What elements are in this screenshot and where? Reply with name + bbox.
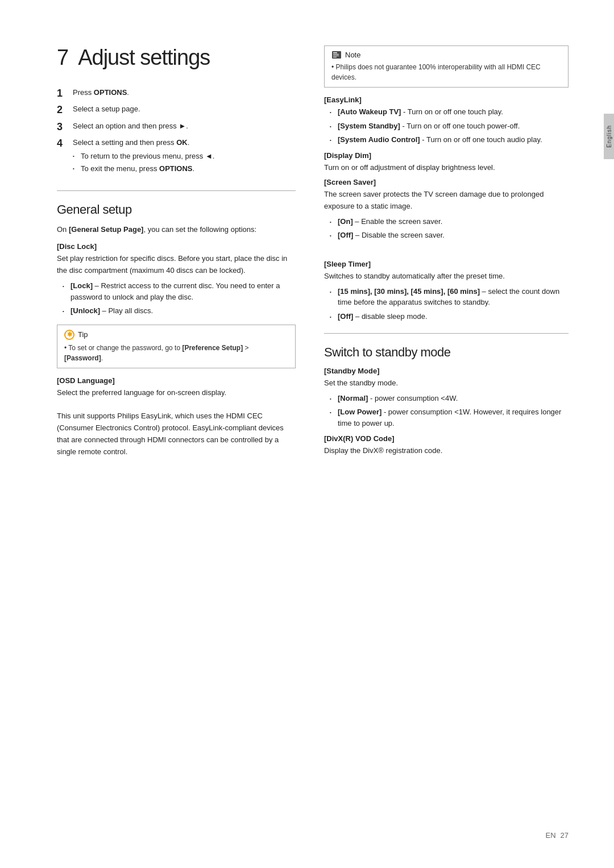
svg-rect-0 [332,51,341,59]
bullet-dot-icon: • [330,219,338,226]
switch-standby-heading: Switch to standby mode [324,345,569,360]
general-setup-heading: General setup [57,202,296,217]
sleep-timer-bullets: • [15 mins], [30 mins], [45 mins], [60 m… [330,286,569,322]
standby-mode-bullet-1: • [Normal] - power consumption <4W. [330,393,569,404]
disc-lock-bullet-2-text: [Unlock] – Play all discs. [70,305,153,317]
note-box: Note • Philips does not guarantee 100% i… [324,45,569,88]
bullet-dot-icon: • [330,232,338,239]
display-dim-desc: Turn on or off adjustment of display bri… [324,162,569,174]
easylink-bullet-1-text: [Auto Wakeup TV] - Turn on or off one to… [338,106,503,118]
tip-text: • To set or change the password, go to [… [64,343,288,363]
sleep-timer-bullet-1: • [15 mins], [30 mins], [45 mins], [60 m… [330,286,569,308]
step-3-content: Select an option and then press ►. [73,121,296,132]
footer-page-num: 27 [561,831,569,840]
sleep-timer-bullet-2: • [Off] – disable sleep mode. [330,311,569,322]
svg-rect-3 [333,56,339,56]
bullet-dot-icon: • [330,137,338,144]
left-column: 7 Adjust settings 1 Press OPTIONS. 2 Sel… [57,45,296,834]
display-dim-label: [Display Dim] [324,151,569,160]
note-text-content: Philips does not guarantee 100% interope… [331,63,541,81]
disc-lock-bullet-2: • [Unlock] – Play all discs. [63,305,296,317]
bullet-dot-icon: • [330,109,338,116]
disc-lock-desc: Set play restriction for specific discs.… [57,253,296,277]
bullet-dot-icon: • [330,396,338,402]
disc-lock-label: [Disc Lock] [57,242,296,251]
svg-rect-2 [333,54,339,55]
step-4-options-bold2: OPTIONS [159,164,193,173]
step-2: 2 Select a setup page. [57,103,296,117]
easylink-bullet-2: • [System Standby] - Turn on or off one … [330,121,569,132]
tip-icon: ✱ [64,330,74,340]
bullet-dot-icon: • [63,283,70,290]
standby-mode-bullet-1-text: [Normal] - power consumption <4W. [338,393,458,404]
osd-language-label: [OSD Language] [57,376,296,385]
sleep-timer-bullet-2-text: [Off] – disable sleep mode. [338,311,428,322]
step-4-sub-1: • To return to the previous menu, press … [73,151,296,162]
tip-label: Tip [78,330,88,339]
screen-saver-bullet-2: • [Off] – Disable the screen saver. [330,230,569,241]
sleep-timer-label: [Sleep Timer] [324,260,569,268]
disc-lock-bullets: • [Lock] – Restrict access to the curren… [63,280,296,317]
step-2-content: Select a setup page. [73,103,296,115]
easylink-bullet-2-text: [System Standby] - Turn on or off one to… [338,121,520,132]
bullet-dot-icon: • [330,123,338,130]
footer-label: EN [545,831,555,840]
step-1-num: 1 [57,87,73,100]
step-4-sub-1-text: To return to the previous menu, press ◄. [81,151,214,162]
standby-mode-bullet-2-text: [Low Power] - power consumption <1W. How… [338,406,569,429]
step-4-sub-2: • To exit the menu, press OPTIONS. [73,163,296,175]
step-4-num: 4 [57,137,73,150]
step-4-content: Select a setting and then press OK. • To… [73,137,296,176]
note-text: • Philips does not guarantee 100% intero… [331,62,561,82]
disc-lock-bullet-1-text: [Lock] – Restrict access to the current … [70,280,296,302]
disc-lock-bullet-1: • [Lock] – Restrict access to the curren… [63,280,296,302]
step-1-options-bold: OPTIONS [94,88,127,97]
step-4-sub-2-text: To exit the menu, press OPTIONS. [81,163,194,175]
osd-language-desc: Select the preferred language for on-scr… [57,387,296,399]
easylink-bullet-3: • [System Audio Control] - Turn on or of… [330,134,569,146]
step-2-num: 2 [57,103,73,117]
easylink-bullet-3-text: [System Audio Control] - Turn on or off … [338,134,542,146]
svg-rect-1 [333,52,337,53]
standby-mode-bullet-2: • [Low Power] - power consumption <1W. H… [330,406,569,429]
tip-header: ✱ Tip [64,330,288,340]
divider-1 [57,190,296,191]
bullet-dot: • [73,153,81,160]
step-4-sub: • To return to the previous menu, press … [73,151,296,175]
svg-rect-4 [333,57,337,57]
sleep-timer-desc: Switches to standby automatically after … [324,271,569,283]
divx-code-label: [DivX(R) VOD Code] [324,434,569,443]
divider-right [324,333,569,334]
screen-saver-desc: The screen saver protects the TV screen … [324,189,569,213]
step-4: 4 Select a setting and then press OK. • … [57,137,296,176]
content-area: 7 Adjust settings 1 Press OPTIONS. 2 Sel… [0,0,603,868]
right-column: Note • Philips does not guarantee 100% i… [324,45,569,834]
easylink-bullets: • [Auto Wakeup TV] - Turn on or off one … [330,106,569,146]
chapter-heading: 7 Adjust settings [57,45,296,70]
step-1: 1 Press OPTIONS. [57,87,296,100]
step-3: 3 Select an option and then press ►. [57,121,296,134]
bullet-dot-icon: • [330,314,338,321]
note-icon [331,51,342,59]
easylink-label: [EasyLink] [324,95,569,104]
screen-saver-bullet-2-text: [Off] – Disable the screen saver. [338,230,445,241]
step-3-num: 3 [57,121,73,134]
screen-saver-bullet-1: • [On] – Enable the screen saver. [330,216,569,227]
standby-mode-label: [Standby Mode] [324,367,569,375]
bullet-dot-icon: • [63,308,70,315]
note-header: Note [331,51,561,59]
easylink-bullet-1: • [Auto Wakeup TV] - Turn on or off one … [330,106,569,118]
general-setup-intro: On [General Setup Page], you can set the… [57,224,296,236]
chapter-num: 7 [57,45,68,69]
step-1-content: Press OPTIONS. [73,87,296,98]
note-label: Note [345,51,360,59]
side-tab-label: English [606,125,612,148]
screen-saver-bullet-1-text: [On] – Enable the screen saver. [338,216,442,227]
screen-saver-bullets: • [On] – Enable the screen saver. • [Off… [330,216,569,241]
standby-mode-desc: Set the standby mode. [324,377,569,389]
divx-code-desc: Display the DivX® registration code. [324,445,569,457]
page-container: English 7 Adjust settings 1 Press OPTION… [0,0,614,868]
easylink-intro-text: This unit supports Philips EasyLink, whi… [57,410,296,458]
step-4-ok-bold: OK [176,138,188,147]
language-side-tab: English [604,114,614,159]
